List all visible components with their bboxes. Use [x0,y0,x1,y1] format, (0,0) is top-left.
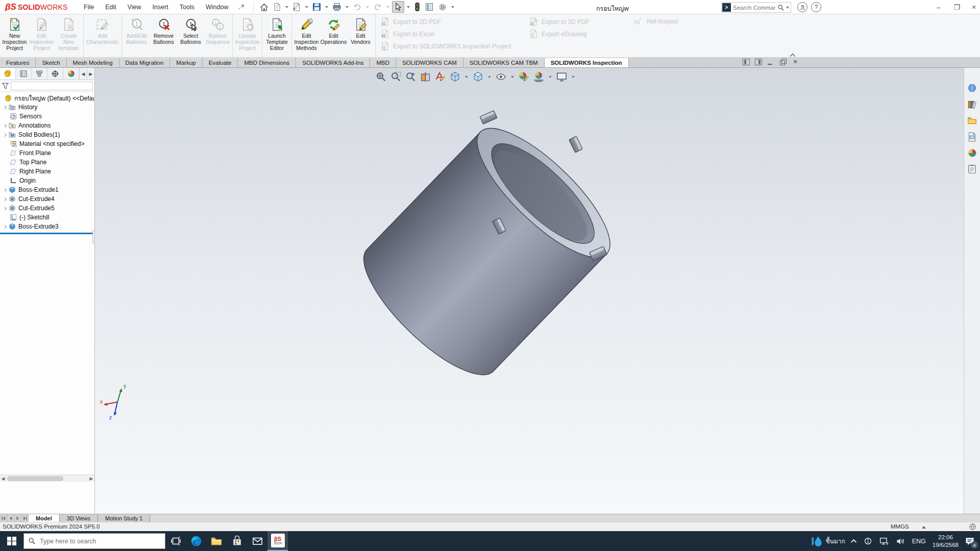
restore-window-button[interactable]: ❐ [950,3,964,11]
graphics-viewport[interactable]: y x z [95,68,964,514]
expand-arrow-icon[interactable] [3,197,7,201]
view-palette-icon[interactable] [967,132,977,143]
tab-mbd[interactable]: MBD [370,58,396,67]
scrollbar-thumb[interactable] [7,476,63,481]
add-edit-balloons-button[interactable]: ✱ Add/Edit Balloons [123,16,150,45]
display-style-caret[interactable] [488,76,491,78]
print-dropdown-caret[interactable] [346,6,349,8]
search-icon[interactable] [777,4,785,11]
file-explorer-taskbar-icon[interactable] [206,531,227,551]
previous-tab-button[interactable] [7,514,14,522]
design-library-icon[interactable] [967,99,977,111]
file-explorer-icon[interactable] [967,116,977,127]
tree-item-front-plane[interactable]: Front Plane [0,148,94,158]
doc-minimize-button[interactable] [767,59,774,65]
menu-window[interactable]: Window [200,1,234,13]
clock[interactable]: 22:06 19/6/2568 [929,534,962,548]
edit-appearance-button[interactable] [518,70,530,83]
tree-item-cut-extrude5[interactable]: Cut-Extrude5 [0,204,94,213]
add-characteristic-button[interactable]: Add Characteristic [85,16,120,45]
pane-left-icon[interactable] [743,59,750,65]
tree-item-top-plane[interactable]: Top Plane [0,158,94,167]
export-to-3d-pdf-button[interactable]: PDF3D Export to 3D PDF [529,17,624,26]
undo-button[interactable] [351,2,363,12]
tree-item-right-plane[interactable]: Right Plane [0,167,94,176]
3d-views-tab[interactable]: 3D Views [60,514,98,522]
first-tab-button[interactable] [0,514,7,522]
tree-horizontal-scrollbar[interactable]: ◀ ▶ [0,474,94,482]
onedrive-tray-icon[interactable] [860,531,876,551]
edit-inspection-project-button[interactable]: Edit Inspection Project [28,16,55,51]
remove-balloons-button[interactable]: Remove Balloons [150,16,177,45]
view-settings-caret[interactable] [572,76,575,78]
tag-icon[interactable] [969,523,976,532]
custom-properties-icon[interactable] [967,164,977,176]
tree-item-material[interactable]: Material <not specified> [0,139,94,148]
dimxpertmanager-tab[interactable] [47,68,63,80]
tree-item-boss-extrude1[interactable]: Boss-Extrude1 [0,185,94,194]
expand-arrow-icon[interactable] [3,206,7,210]
dynamic-annotation-views-button[interactable] [434,70,447,83]
microsoft-store-icon[interactable] [227,531,247,551]
propertymanager-tab[interactable] [16,68,32,80]
edit-vendors-button[interactable]: Edit Vendors [347,16,374,45]
motion-study-tab[interactable]: Motion Study 1 [98,514,150,522]
open-dropdown-caret[interactable] [305,6,308,8]
settings-gear-button[interactable] [436,2,449,13]
expand-arrow-icon[interactable] [3,188,7,191]
help-icon[interactable]: ? [811,2,821,12]
select-tool-button[interactable] [392,1,404,13]
weather-widget[interactable]: ชื้นมาก [807,531,848,551]
doc-restore-button[interactable] [779,59,787,65]
tree-item-sensors[interactable]: Sensors [0,112,94,121]
featuremanager-tab[interactable] [0,68,16,80]
solidworks-resources-icon[interactable] [967,83,977,94]
tree-filter-input[interactable] [11,82,93,90]
show-hidden-icons-button[interactable] [849,531,860,551]
tab-evaluate[interactable]: Evaluate [203,58,238,67]
edit-inspection-methods-button[interactable]: Edit Inspection Methods [293,16,320,51]
minimize-window-button[interactable]: – [932,3,945,11]
tab-solidworks-add-ins[interactable]: SOLIDWORKS Add-Ins [296,58,370,67]
scroll-left-arrow[interactable]: ◀ [0,475,6,482]
tab-mesh-modeling[interactable]: Mesh Modeling [67,58,119,67]
tab-features[interactable]: Features [0,58,36,67]
pane-right-icon[interactable] [755,59,762,65]
expand-arrow-icon[interactable] [3,133,7,136]
hide-show-caret[interactable] [511,76,514,78]
save-dropdown-caret[interactable] [325,6,328,8]
settings-dropdown-caret[interactable] [451,6,454,8]
edge-browser-icon[interactable] [186,531,206,551]
balloon-sequence-button[interactable]: 12 Balloon Sequence [204,16,231,45]
tree-root-item[interactable]: กรอบใหญ่w (Default) <<Default>_Displ [0,93,94,103]
tree-item-origin[interactable]: Origin [0,176,94,185]
expand-arrow-icon[interactable] [3,123,7,127]
options-list-button[interactable] [423,2,435,12]
section-view-button[interactable] [419,70,432,83]
hide-show-items-button[interactable] [495,70,507,83]
command-search[interactable]: > [721,2,791,13]
view-orientation-caret[interactable] [465,76,468,78]
select-dropdown-caret[interactable] [407,6,410,8]
redo-dropdown-caret[interactable] [386,6,389,8]
update-inspection-project-button[interactable]: Update Inspection Project [234,16,261,51]
export-to-excel-button[interactable]: X Export to Excel [381,30,434,38]
action-center-button[interactable]: 4 [962,531,980,551]
network-tray-icon[interactable] [876,531,892,551]
create-new-template-button[interactable]: A Create New template [55,16,82,51]
export-to-2d-pdf-button[interactable]: PDF Export to 2D PDF [381,17,441,26]
search-commands-input[interactable] [731,5,777,11]
appearances-scenes-icon[interactable] [968,148,977,159]
panel-tabs-scroll-right[interactable]: ▶ [87,68,94,80]
net-inspect-button[interactable]: ni Net-Inspect [634,17,678,26]
home-button[interactable] [258,2,271,13]
open-button[interactable] [291,2,303,12]
apply-scene-caret[interactable] [549,76,552,78]
tree-item-sketch8[interactable]: (-) Sketch8 [0,213,94,222]
start-button[interactable] [0,531,23,551]
scroll-right-arrow[interactable]: ▶ [88,475,94,482]
status-expand-arrow[interactable] [922,526,926,529]
pin-menu-icon[interactable] [238,3,245,11]
displaymanager-tab[interactable] [63,68,79,80]
menu-view[interactable]: View [122,1,147,13]
